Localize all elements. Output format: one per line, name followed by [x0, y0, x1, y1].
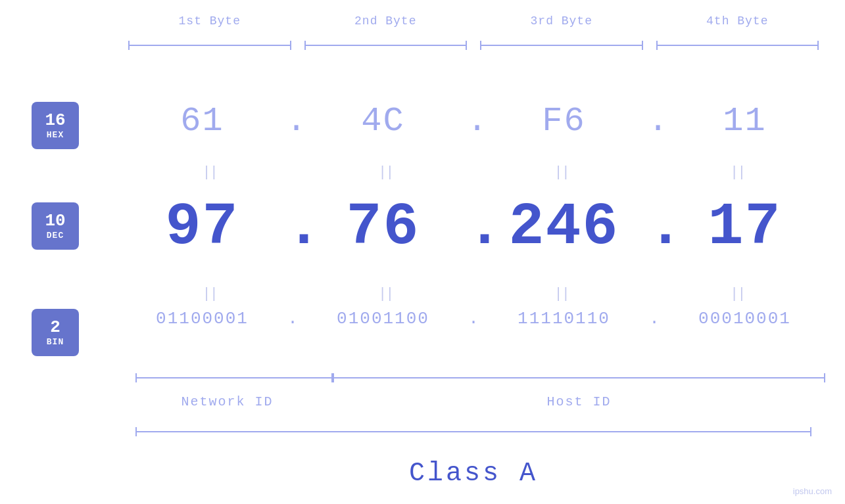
- dec-byte3: 246: [483, 194, 644, 261]
- bracket-inner-1: [130, 45, 290, 46]
- header-row: 1st Byte 2nd Byte 3rd Byte 4th Byte: [122, 14, 825, 28]
- bytes-area: 1st Byte 2nd Byte 3rd Byte 4th Byte 61 .: [122, 0, 825, 504]
- equals-2-b3: ||: [473, 286, 650, 302]
- host-bracket-line: [333, 373, 825, 382]
- bin-badge-label: BIN: [47, 337, 64, 347]
- dec-byte4: 17: [664, 194, 825, 261]
- hex-badge-label: HEX: [47, 130, 64, 140]
- equals-1-b4: ||: [650, 164, 826, 181]
- top-brackets: [122, 45, 825, 46]
- hex-byte1: 61: [122, 102, 283, 141]
- network-bracket-line: [135, 373, 333, 382]
- bin-dot-3: .: [644, 309, 664, 329]
- byte2-header: 2nd Byte: [298, 14, 474, 28]
- bin-badge-number: 2: [50, 318, 60, 337]
- bin-byte4: 00010001: [664, 309, 825, 329]
- equals-2-b4: ||: [650, 286, 826, 302]
- watermark: ipshu.com: [793, 486, 832, 496]
- equals-1-b2: ||: [298, 164, 474, 181]
- top-bracket-4: [656, 45, 819, 46]
- hex-byte2: 4C: [302, 102, 464, 141]
- host-id-label: Host ID: [333, 394, 825, 409]
- byte3-header: 3rd Byte: [473, 14, 650, 28]
- bracket-inner-2: [306, 45, 466, 46]
- bin-byte2: 01001100: [302, 309, 464, 329]
- bin-dot-2: .: [464, 309, 483, 329]
- bin-dot-1: .: [283, 309, 302, 329]
- class-label: Class A: [122, 459, 825, 488]
- dec-dot-2: .: [464, 194, 483, 261]
- dec-row: 97 . 76 . 246 . 17: [122, 194, 825, 261]
- host-bracket: [333, 373, 825, 382]
- dec-dot-1: .: [283, 194, 302, 261]
- big-bracket-line: [135, 427, 811, 436]
- bin-byte3: 11110110: [483, 309, 644, 329]
- dec-byte1: 97: [122, 194, 283, 261]
- host-bracket-inner: [334, 377, 824, 378]
- hex-dot-2: .: [464, 102, 483, 141]
- hex-byte4: 11: [664, 102, 825, 141]
- hex-badge: 16 HEX: [32, 102, 79, 149]
- dec-badge-label: DEC: [47, 231, 64, 241]
- bin-byte1: 01100001: [122, 309, 283, 329]
- dec-byte2: 76: [302, 194, 464, 261]
- dec-dot-3: .: [644, 194, 664, 261]
- bin-row: 01100001 . 01001100 . 11110110 . 0001000…: [122, 309, 825, 329]
- hex-byte3: F6: [483, 102, 644, 141]
- network-bracket: [135, 373, 333, 382]
- equals-row-1: || || || ||: [122, 164, 825, 181]
- id-labels: Network ID Host ID: [122, 394, 825, 409]
- main-container: 16 HEX 10 DEC 2 BIN 1st Byte 2nd Byte 3r…: [0, 0, 845, 504]
- equals-2-b2: ||: [298, 286, 474, 302]
- dec-badge-number: 10: [45, 212, 65, 231]
- byte4-header: 4th Byte: [650, 14, 826, 28]
- bin-badge: 2 BIN: [32, 309, 79, 356]
- hex-badge-number: 16: [45, 111, 65, 130]
- bracket-inner-3: [481, 45, 642, 46]
- byte1-header: 1st Byte: [122, 14, 298, 28]
- equals-1-b1: ||: [122, 164, 298, 181]
- top-bracket-2: [304, 45, 468, 46]
- network-bracket-inner: [137, 377, 331, 378]
- top-bracket-3: [480, 45, 643, 46]
- equals-row-2: || || || ||: [122, 286, 825, 302]
- equals-2-b1: ||: [122, 286, 298, 302]
- bracket-inner-4: [658, 45, 818, 46]
- equals-1-b3: ||: [473, 164, 650, 181]
- network-id-label: Network ID: [122, 394, 333, 409]
- hex-dot-3: .: [644, 102, 664, 141]
- top-bracket-1: [128, 45, 291, 46]
- dec-badge: 10 DEC: [32, 202, 79, 250]
- hex-dot-1: .: [283, 102, 302, 141]
- bottom-brackets: [122, 373, 825, 382]
- hex-row: 61 . 4C . F6 . 11: [122, 102, 825, 141]
- big-bracket-inner: [137, 431, 809, 432]
- big-bottom-bracket: [135, 427, 811, 436]
